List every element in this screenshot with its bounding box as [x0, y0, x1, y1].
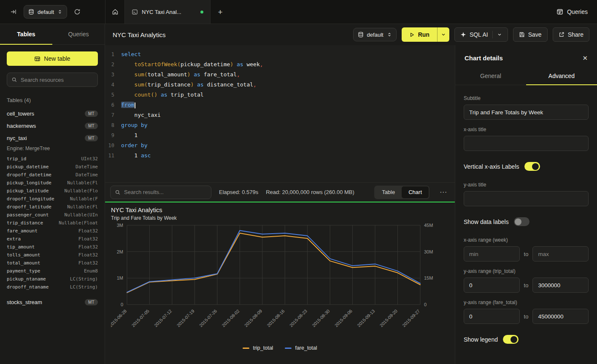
query-database-selector[interactable]: default [353, 28, 397, 41]
show-data-labels-toggle[interactable] [514, 217, 529, 226]
view-toggle: Table Chart [374, 186, 430, 199]
x-axis-range-label: x-axis range (week) [464, 237, 589, 243]
sidebar-tab-queries[interactable]: Queries [52, 24, 105, 44]
column-row[interactable]: total_amount Float32 [0, 259, 105, 267]
column-row[interactable]: dropoff_datetime DateTime [0, 171, 105, 179]
elapsed-time: Elapsed: 0.579s [219, 189, 258, 195]
line-number: 11 [105, 151, 121, 161]
code-line[interactable]: 6from [105, 100, 455, 110]
fare-total-min-input[interactable] [464, 309, 520, 324]
column-type: Nullable(UIn [65, 212, 98, 218]
trip-total-max-input[interactable] [532, 278, 589, 293]
home-button[interactable] [105, 0, 125, 24]
column-row[interactable]: dropoff_ntaname LC(String) [0, 283, 105, 291]
code-line[interactable]: 10order by [105, 140, 455, 151]
vertical-x-axis-toggle[interactable] [524, 162, 540, 171]
table-view-button[interactable]: Table [375, 186, 402, 198]
code-line[interactable]: 11 1 asc [105, 151, 455, 161]
table-item-nyc-taxi[interactable]: nyc_taxi MT [0, 132, 105, 144]
x-axis-max-input[interactable] [532, 246, 589, 262]
column-row[interactable]: payment_type Enum8 [0, 267, 105, 275]
column-row[interactable]: passenger_count Nullable(UIn [0, 211, 105, 219]
column-row[interactable]: pickup_datetime DateTime [0, 163, 105, 171]
svg-text:45M: 45M [424, 223, 433, 228]
run-button[interactable]: Run [402, 27, 437, 42]
column-row[interactable]: tip_amount Float32 [0, 243, 105, 251]
engine-badge: MT [85, 299, 98, 305]
code-line[interactable]: 1select [105, 49, 455, 59]
run-options-chevron[interactable] [437, 27, 449, 42]
code-line[interactable]: 3 sum(total_amount) as fare_total, [105, 70, 455, 80]
show-legend-row: Show legend [464, 335, 589, 344]
column-type: Float32 [78, 244, 98, 250]
tab-strip: NYC Taxi Anal... + [105, 0, 556, 24]
column-row[interactable]: dropoff_longitude Nullable(F [0, 195, 105, 203]
column-row[interactable]: trip_id UInt32 [0, 155, 105, 163]
new-tab-button[interactable]: + [211, 0, 230, 24]
close-icon[interactable]: ✕ [582, 55, 588, 61]
divider [492, 31, 493, 38]
table-item-cell-towers[interactable]: cell_towers MT [0, 108, 105, 120]
search-results-input[interactable] [124, 189, 207, 195]
save-label: Save [528, 31, 542, 38]
code-line[interactable]: 9 1 [105, 130, 455, 140]
topbar-database-selector[interactable]: default [24, 5, 67, 19]
column-row[interactable]: fare_amount Float32 [0, 227, 105, 235]
show-data-labels-label: Show data labels [464, 218, 509, 225]
y-axis-title-input[interactable] [464, 191, 589, 206]
x-axis-min-input[interactable] [464, 246, 520, 262]
chart-view-button[interactable]: Chart [402, 186, 429, 198]
code-line[interactable]: 5 count() as trip_total [105, 90, 455, 100]
more-options-icon[interactable]: ⋯ [437, 188, 450, 197]
tab-nyc-taxi-analytics[interactable]: NYC Taxi Anal... [125, 0, 211, 24]
code-line[interactable]: 8group by [105, 120, 455, 130]
save-button[interactable]: Save [513, 27, 548, 42]
column-name: fare_amount [7, 228, 38, 234]
show-legend-toggle[interactable] [503, 335, 519, 344]
new-table-button[interactable]: New table [7, 51, 98, 66]
column-row[interactable]: extra Float32 [0, 235, 105, 243]
column-row[interactable]: dropoff_latitude Nullable(Fl [0, 203, 105, 211]
column-row[interactable]: pickup_ntaname LC(String) [0, 275, 105, 283]
table-item-stocks-stream[interactable]: stocks_stream MT [0, 296, 105, 308]
column-name: pickup_longitude [7, 180, 51, 186]
subtitle-input[interactable] [464, 105, 589, 120]
legend-item-trip_total[interactable]: trip_total [243, 345, 273, 351]
column-row[interactable]: pickup_latitude Nullable(Flo [0, 187, 105, 195]
toggle-knob [532, 163, 539, 170]
svg-text:2M: 2M [117, 249, 123, 254]
column-row[interactable]: pickup_longitude Nullable(Fl [0, 179, 105, 187]
fare-total-max-input[interactable] [532, 309, 589, 324]
query-header: NYC Taxi Analytics default Run [105, 24, 597, 45]
x-axis-title-input[interactable] [464, 136, 589, 151]
collapse-sidebar-icon[interactable] [8, 7, 19, 17]
sql-ai-chevron[interactable] [497, 32, 502, 37]
sidebar-search [7, 73, 98, 87]
table-icon [34, 56, 41, 62]
code-line[interactable]: 7 nyc_taxi [105, 110, 455, 120]
queries-button[interactable]: Queries [556, 8, 588, 15]
y-axis-range-trip-row: to [464, 278, 589, 293]
column-row[interactable]: tolls_amount Float32 [0, 251, 105, 259]
code-line[interactable]: 4 sum(trip_distance) as distance_total, [105, 80, 455, 90]
column-row[interactable]: trip_distance Nullable(Float [0, 219, 105, 227]
share-button[interactable]: Share [553, 27, 589, 42]
column-name: dropoff_longitude [7, 196, 54, 202]
svg-text:2015-08-09: 2015-08-09 [243, 308, 263, 328]
column-type: Enum8 [84, 268, 98, 274]
sql-ai-button[interactable]: SQL AI [454, 27, 508, 42]
sidebar-tab-tables[interactable]: Tables [0, 24, 52, 44]
chart-subtitle: Trip and Fare Totals by Week [111, 215, 449, 221]
queries-label: Queries [567, 8, 588, 15]
code-line[interactable]: 2 toStartOfWeek(pickup_datetime) as week… [105, 59, 455, 70]
table-item-hackernews[interactable]: hackernews MT [0, 120, 105, 132]
search-resources-input[interactable] [21, 77, 93, 83]
tab-advanced[interactable]: Advanced [526, 68, 597, 85]
panel-body: Subtitle x-axis title Vertical x-axis La… [455, 85, 597, 364]
legend-item-fare_total[interactable]: fare_total [285, 345, 317, 351]
column-name: pickup_latitude [7, 188, 49, 194]
tab-general[interactable]: General [455, 68, 526, 85]
sql-editor[interactable]: 1select2 toStartOfWeek(pickup_datetime) … [105, 45, 455, 182]
trip-total-min-input[interactable] [464, 278, 520, 293]
refresh-icon[interactable] [72, 7, 82, 17]
